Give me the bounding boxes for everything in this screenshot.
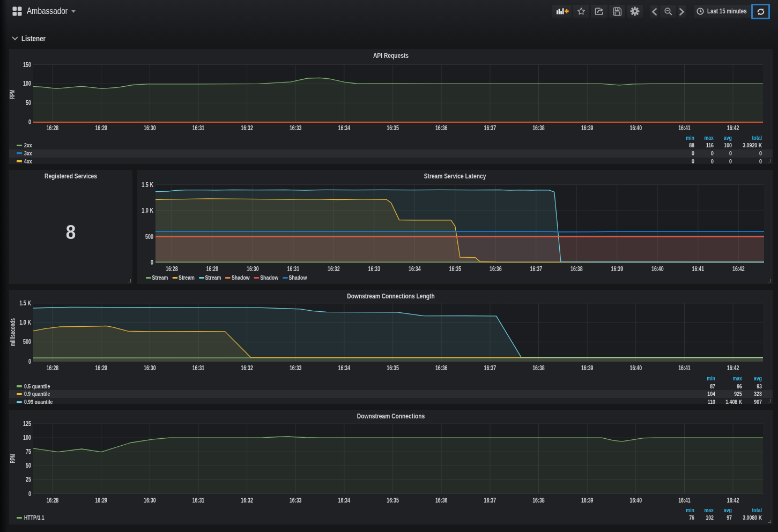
- svg-text:16:38: 16:38: [532, 497, 545, 504]
- svg-text:16:35: 16:35: [387, 124, 399, 132]
- svg-text:milliseconds: milliseconds: [9, 318, 17, 346]
- svg-text:16:33: 16:33: [290, 124, 302, 132]
- svg-text:16:34: 16:34: [409, 265, 421, 273]
- svg-text:16:32: 16:32: [328, 265, 340, 273]
- svg-text:16:37: 16:37: [484, 124, 497, 132]
- svg-text:100: 100: [23, 434, 31, 441]
- svg-text:100: 100: [23, 80, 31, 87]
- svg-text:16:33: 16:33: [290, 497, 302, 504]
- svg-text:16:36: 16:36: [490, 265, 502, 273]
- svg-text:16:33: 16:33: [368, 265, 381, 273]
- svg-text:16:39: 16:39: [581, 364, 594, 372]
- svg-text:16:38: 16:38: [532, 124, 545, 132]
- svg-text:0: 0: [28, 358, 31, 365]
- svg-text:1.0 K: 1.0 K: [142, 207, 153, 214]
- svg-text:50: 50: [26, 99, 31, 107]
- svg-text:16:31: 16:31: [287, 265, 300, 273]
- svg-text:RPM: RPM: [9, 90, 16, 99]
- svg-text:16:28: 16:28: [166, 265, 178, 273]
- svg-text:16:40: 16:40: [630, 497, 642, 504]
- svg-text:16:31: 16:31: [192, 124, 205, 132]
- svg-text:16:41: 16:41: [678, 124, 691, 132]
- svg-text:16:32: 16:32: [241, 497, 253, 504]
- svg-text:125: 125: [23, 420, 31, 428]
- svg-text:16:41: 16:41: [678, 497, 691, 504]
- svg-text:16:39: 16:39: [581, 124, 594, 132]
- svg-text:16:36: 16:36: [435, 124, 448, 132]
- svg-text:16:30: 16:30: [144, 497, 156, 504]
- svg-text:16:32: 16:32: [241, 124, 253, 132]
- svg-text:16:34: 16:34: [338, 124, 351, 132]
- svg-text:16:35: 16:35: [387, 497, 399, 504]
- svg-text:1.5 K: 1.5 K: [19, 299, 31, 307]
- svg-text:16:28: 16:28: [47, 124, 59, 132]
- svg-text:16:34: 16:34: [338, 364, 351, 372]
- svg-text:16:29: 16:29: [95, 364, 107, 372]
- svg-text:16:30: 16:30: [144, 364, 156, 372]
- svg-text:16:39: 16:39: [611, 265, 624, 273]
- svg-text:16:34: 16:34: [338, 497, 351, 504]
- svg-text:16:42: 16:42: [727, 124, 739, 132]
- svg-text:75: 75: [26, 448, 31, 455]
- svg-text:16:30: 16:30: [144, 124, 156, 132]
- svg-text:16:29: 16:29: [95, 124, 107, 132]
- svg-text:16:40: 16:40: [651, 265, 664, 273]
- svg-text:16:39: 16:39: [581, 497, 594, 504]
- svg-text:50: 50: [26, 462, 31, 469]
- svg-text:16:28: 16:28: [47, 364, 59, 372]
- svg-text:16:37: 16:37: [530, 265, 543, 273]
- svg-text:16:32: 16:32: [241, 364, 253, 372]
- svg-text:1.0 K: 1.0 K: [19, 319, 31, 326]
- svg-text:16:29: 16:29: [206, 265, 219, 273]
- svg-text:16:30: 16:30: [247, 265, 259, 273]
- svg-text:25: 25: [26, 476, 31, 483]
- svg-text:500: 500: [145, 233, 153, 241]
- svg-text:16:36: 16:36: [435, 497, 448, 504]
- svg-text:150: 150: [23, 61, 31, 69]
- svg-text:16:28: 16:28: [47, 497, 59, 504]
- svg-text:16:37: 16:37: [484, 364, 497, 372]
- svg-text:16:38: 16:38: [570, 265, 583, 273]
- svg-text:16:40: 16:40: [630, 364, 642, 372]
- svg-text:16:41: 16:41: [692, 265, 705, 273]
- svg-text:16:33: 16:33: [290, 364, 302, 372]
- svg-text:16:31: 16:31: [192, 364, 205, 372]
- svg-text:16:42: 16:42: [727, 497, 739, 504]
- svg-text:0: 0: [151, 259, 153, 266]
- svg-text:16:41: 16:41: [678, 364, 691, 372]
- svg-text:16:29: 16:29: [95, 497, 107, 504]
- svg-text:16:40: 16:40: [630, 124, 642, 132]
- svg-text:16:31: 16:31: [192, 497, 205, 504]
- svg-text:0: 0: [28, 118, 31, 126]
- svg-text:500: 500: [23, 338, 31, 346]
- svg-text:16:36: 16:36: [435, 364, 448, 372]
- svg-text:16:42: 16:42: [727, 364, 739, 372]
- svg-text:16:37: 16:37: [484, 497, 497, 504]
- svg-text:16:35: 16:35: [387, 364, 399, 372]
- svg-text:16:35: 16:35: [449, 265, 462, 273]
- svg-text:16:38: 16:38: [532, 364, 545, 372]
- svg-text:0: 0: [28, 490, 31, 498]
- svg-text:16:42: 16:42: [732, 265, 745, 273]
- svg-text:RPM: RPM: [9, 454, 17, 463]
- svg-text:1.5 K: 1.5 K: [142, 181, 153, 189]
